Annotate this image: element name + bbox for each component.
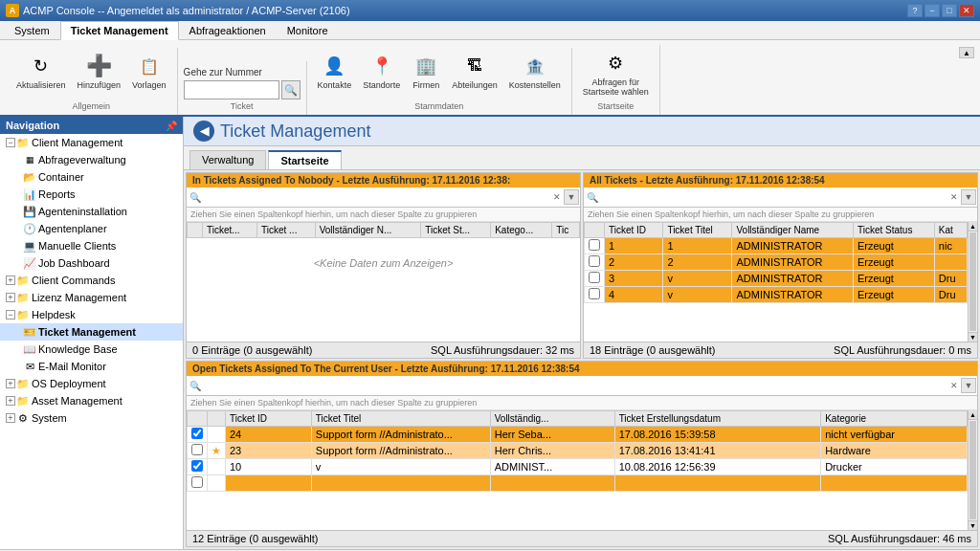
all-col-status[interactable]: Ticket Status	[853, 223, 934, 238]
all-search-opts[interactable]: ▼	[961, 189, 976, 205]
table-row[interactable]: 2 2 ADMINISTRATOR Erzeugt	[585, 254, 968, 271]
all-scrollbar[interactable]: ▲ ▼	[968, 222, 977, 342]
folder-cc-icon: 📁	[16, 275, 30, 286]
col-vollstaendiger[interactable]: Vollständiger N...	[315, 223, 421, 238]
scroll-down-btn-b[interactable]: ▼	[969, 520, 977, 530]
maximize-button[interactable]: □	[942, 4, 957, 17]
table-row[interactable]: ★ 23 Support form //Administrato... Herr…	[188, 443, 968, 459]
current-search-clear[interactable]: ✕	[947, 379, 961, 392]
bottom-col-date[interactable]: Ticket Erstellungsdatum	[614, 411, 821, 427]
sidebar-item-lizenz-management[interactable]: + 📁 Lizenz Management	[0, 289, 183, 306]
panel-nobody-search-input[interactable]	[203, 188, 550, 206]
row-checkbox[interactable]	[589, 288, 600, 299]
row-checkbox[interactable]	[589, 239, 600, 251]
panel-all-search: 🔍 ✕ ▼	[584, 187, 977, 208]
all-col-name[interactable]: Vollständiger Name	[732, 223, 854, 238]
expand-asset[interactable]: +	[6, 396, 15, 406]
menu-tab-monitore[interactable]: Monitore	[277, 21, 339, 40]
sidebar-item-manuelle-clients[interactable]: 💻 Manuelle Clients	[0, 237, 183, 254]
panel-all-search-input[interactable]	[600, 188, 947, 206]
clear-search-icon[interactable]: ✕	[550, 190, 564, 204]
standorte-button[interactable]: 📍 Standorte	[358, 50, 405, 93]
expand-client-management[interactable]: −	[6, 138, 15, 147]
table-row[interactable]	[188, 475, 968, 492]
all-col-kat[interactable]: Kat	[934, 223, 967, 238]
sidebar-item-agenteninstallation[interactable]: 💾 Agenteninstallation	[0, 203, 183, 220]
firmen-button[interactable]: 🏢 Firmen	[407, 50, 445, 93]
all-col-id[interactable]: Ticket ID	[605, 223, 663, 238]
tab-startseite[interactable]: Startseite	[268, 150, 341, 169]
menu-tab-ticket-management[interactable]: Ticket Management	[60, 21, 179, 40]
sidebar-item-container[interactable]: 📂 Container	[0, 168, 183, 186]
col-tic[interactable]: Tic	[552, 223, 580, 238]
bottom-col-id[interactable]: Ticket ID	[226, 411, 312, 427]
help-button[interactable]: ?	[907, 4, 923, 17]
sidebar-item-knowledge-base[interactable]: 📖 Knowledge Base	[0, 341, 183, 358]
sidebar-item-reports[interactable]: 📊 Reports	[0, 186, 183, 203]
current-search-opts[interactable]: ▼	[961, 378, 976, 393]
sidebar-item-system[interactable]: + ⚙ System	[0, 409, 183, 427]
table-row[interactable]: 1 1 ADMINISTRATOR Erzeugt nic	[585, 238, 968, 254]
sidebar-pin-icon[interactable]: 📌	[166, 121, 177, 131]
bottom-col-name[interactable]: Vollständig...	[490, 411, 614, 427]
close-button[interactable]: ✕	[959, 4, 974, 17]
row-checkbox[interactable]	[191, 428, 203, 439]
table-row[interactable]: 3 v ADMINISTRATOR Erzeugt Dru	[585, 271, 968, 287]
sidebar-item-agentenplaner[interactable]: 🕐 Agentenplaner	[0, 220, 183, 237]
bottom-col-star	[208, 411, 226, 427]
menu-tab-system[interactable]: System	[4, 21, 60, 40]
minimize-button[interactable]: −	[924, 4, 940, 17]
search-options-icon[interactable]: ▼	[564, 189, 579, 205]
col-ticket-2[interactable]: Ticket ...	[257, 223, 316, 238]
vorlagen-button[interactable]: 📋 Vorlagen	[127, 50, 171, 93]
table-row[interactable]: 24 Support form //Administrato... Herr S…	[188, 427, 968, 443]
expand-helpdesk[interactable]: −	[6, 310, 15, 320]
row-checkbox[interactable]	[589, 255, 600, 267]
table-row[interactable]: 4 v ADMINISTRATOR Erzeugt Dru	[585, 287, 968, 303]
back-button[interactable]: ◀	[193, 121, 214, 142]
menu-tab-abfrageaktionen[interactable]: Abfrageaktionen	[179, 21, 277, 40]
abteilungen-button[interactable]: 🏗 Abteilungen	[447, 50, 502, 93]
bottom-col-kat[interactable]: Kategorie	[821, 411, 968, 427]
current-scrollbar[interactable]: ▲ ▼	[968, 410, 977, 530]
hinzufuegen-button[interactable]: ➕ Hinzufügen	[73, 50, 126, 93]
expand-system[interactable]: +	[6, 413, 15, 423]
col-ticket-num[interactable]: Ticket...	[203, 223, 257, 238]
row-checkbox[interactable]	[191, 460, 203, 472]
expand-lizenz[interactable]: +	[6, 293, 15, 302]
sidebar-item-client-commands[interactable]: + 📁 Client Commands	[0, 272, 183, 289]
scroll-up-btn[interactable]: ▲	[969, 222, 977, 231]
all-col-title[interactable]: Ticket Titel	[663, 223, 732, 238]
sidebar-item-ticket-management[interactable]: 🎫 Ticket Management	[0, 323, 183, 341]
knowledge-base-label: Knowledge Base	[38, 343, 118, 355]
kostenstellen-button[interactable]: 🏦 Kostenstellen	[504, 50, 566, 93]
goto-number-input[interactable]	[184, 80, 279, 99]
goto-number-button[interactable]: 🔍	[281, 80, 301, 99]
sidebar-item-abfrageverwaltung[interactable]: ▦ Abfrageverwaltung	[0, 151, 183, 168]
sidebar-item-client-management[interactable]: − 📁 Client Management	[0, 134, 183, 151]
sidebar-item-job-dashboard[interactable]: 📈 Job Dashboard	[0, 254, 183, 272]
sidebar-item-asset-management[interactable]: + 📁 Asset Management	[0, 392, 183, 409]
window-controls[interactable]: ? − □ ✕	[907, 4, 974, 17]
expand-os[interactable]: +	[6, 379, 15, 388]
expand-client-commands[interactable]: +	[6, 276, 15, 285]
scroll-down-btn[interactable]: ▼	[969, 332, 977, 342]
sidebar-item-email-monitor[interactable]: ✉ E-Mail Monitor	[0, 358, 183, 375]
abfragen-startseite-button[interactable]: ⚙ Abfragen für Startseite wählen	[578, 47, 654, 99]
scroll-up-btn-b[interactable]: ▲	[969, 410, 977, 420]
row-checkbox[interactable]	[191, 444, 203, 455]
col-ticket-st[interactable]: Ticket St...	[421, 223, 491, 238]
tab-verwaltung[interactable]: Verwaltung	[189, 150, 266, 169]
col-katego[interactable]: Katego...	[491, 223, 552, 238]
sidebar-item-helpdesk[interactable]: − 📁 Helpdesk	[0, 306, 183, 323]
kontakte-button[interactable]: 👤 Kontakte	[313, 50, 357, 93]
ribbon-collapse-button[interactable]: ▲	[959, 43, 974, 58]
row-checkbox[interactable]	[589, 272, 600, 283]
panel-current-search-input[interactable]	[203, 377, 947, 394]
sidebar-item-os-deployment[interactable]: + 📁 OS Deployment	[0, 375, 183, 392]
bottom-col-title[interactable]: Ticket Titel	[311, 411, 490, 427]
table-row[interactable]: 10 v ADMINIST... 10.08.2016 12:56:39 Dru…	[188, 459, 968, 475]
aktualisieren-button[interactable]: ↻ Aktualisieren	[11, 50, 71, 93]
all-search-clear[interactable]: ✕	[947, 190, 961, 204]
row-checkbox[interactable]	[191, 476, 203, 488]
